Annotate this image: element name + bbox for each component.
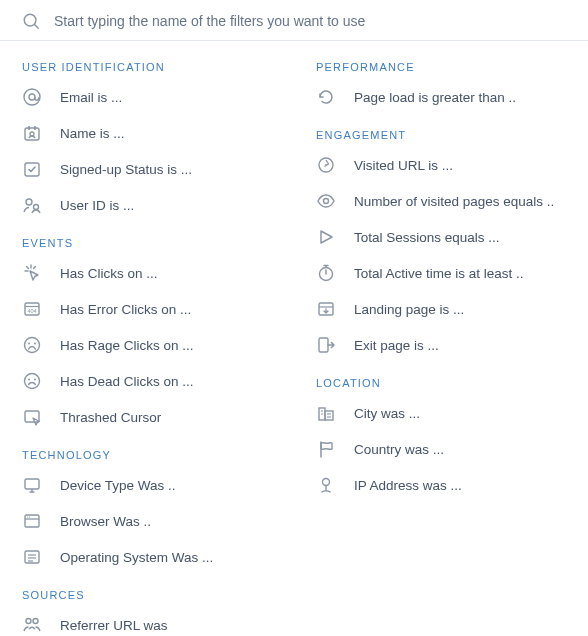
filter-option[interactable]: Referrer URL was bbox=[0, 607, 294, 636]
filter-option[interactable]: City was ... bbox=[294, 395, 588, 431]
stopwatch-icon bbox=[316, 263, 336, 283]
browser-icon bbox=[22, 511, 42, 531]
left-column: USER IDENTIFICATIONEmail is ...Name is .… bbox=[0, 47, 294, 636]
section-header: PERFORMANCE bbox=[294, 47, 588, 79]
filter-label: City was ... bbox=[354, 406, 420, 421]
filter-columns: USER IDENTIFICATIONEmail is ...Name is .… bbox=[0, 41, 588, 636]
signup-icon bbox=[22, 159, 42, 179]
filter-label: IP Address was ... bbox=[354, 478, 462, 493]
filter-label: Device Type Was .. bbox=[60, 478, 176, 493]
search-icon bbox=[22, 12, 40, 30]
section-header: EVENTS bbox=[0, 223, 294, 255]
filter-label: Visited URL is ... bbox=[354, 158, 453, 173]
flag-icon bbox=[316, 439, 336, 459]
section-header: TECHNOLOGY bbox=[0, 435, 294, 467]
filter-option[interactable]: Page load is greater than .. bbox=[294, 79, 588, 115]
filter-option[interactable]: Has Error Clicks on ... bbox=[0, 291, 294, 327]
section-header: SOURCES bbox=[0, 575, 294, 607]
clicks-icon bbox=[22, 263, 42, 283]
filter-label: Operating System Was ... bbox=[60, 550, 213, 565]
filter-option[interactable]: Has Clicks on ... bbox=[0, 255, 294, 291]
eye-icon bbox=[316, 191, 336, 211]
city-icon bbox=[316, 403, 336, 423]
filter-label: Has Clicks on ... bbox=[60, 266, 158, 281]
dead-clicks-icon bbox=[22, 371, 42, 391]
filter-option[interactable]: Name is ... bbox=[0, 115, 294, 151]
filter-option[interactable]: Landing page is ... bbox=[294, 291, 588, 327]
filter-label: Total Sessions equals ... bbox=[354, 230, 500, 245]
filter-label: Name is ... bbox=[60, 126, 125, 141]
landing-icon bbox=[316, 299, 336, 319]
userid-icon bbox=[22, 195, 42, 215]
filter-label: Browser Was .. bbox=[60, 514, 151, 529]
filter-label: Total Active time is at least .. bbox=[354, 266, 524, 281]
filter-option[interactable]: Number of visited pages equals .. bbox=[294, 183, 588, 219]
exit-icon bbox=[316, 335, 336, 355]
filter-option[interactable]: IP Address was ... bbox=[294, 467, 588, 503]
thrashed-cursor-icon bbox=[22, 407, 42, 427]
load-icon bbox=[316, 87, 336, 107]
filter-option[interactable]: Device Type Was .. bbox=[0, 467, 294, 503]
filter-label: Has Rage Clicks on ... bbox=[60, 338, 194, 353]
filter-label: Thrashed Cursor bbox=[60, 410, 161, 425]
at-icon bbox=[22, 87, 42, 107]
play-icon bbox=[316, 227, 336, 247]
right-column: PERFORMANCEPage load is greater than ..E… bbox=[294, 47, 588, 636]
filter-label: Email is ... bbox=[60, 90, 122, 105]
device-icon bbox=[22, 475, 42, 495]
search-bar bbox=[0, 0, 588, 41]
filter-label: Has Dead Clicks on ... bbox=[60, 374, 194, 389]
filter-option[interactable]: Exit page is ... bbox=[294, 327, 588, 363]
section-header: ENGAGEMENT bbox=[294, 115, 588, 147]
visited-url-icon bbox=[316, 155, 336, 175]
section-header: USER IDENTIFICATION bbox=[0, 47, 294, 79]
filter-option[interactable]: Email is ... bbox=[0, 79, 294, 115]
filter-label: Referrer URL was bbox=[60, 618, 168, 633]
filter-option[interactable]: Has Rage Clicks on ... bbox=[0, 327, 294, 363]
filter-label: User ID is ... bbox=[60, 198, 134, 213]
search-input[interactable] bbox=[52, 12, 566, 30]
filter-label: Country was ... bbox=[354, 442, 444, 457]
filter-option[interactable]: Total Sessions equals ... bbox=[294, 219, 588, 255]
filter-label: Number of visited pages equals .. bbox=[354, 194, 554, 209]
error-clicks-icon bbox=[22, 299, 42, 319]
filter-option[interactable]: Total Active time is at least .. bbox=[294, 255, 588, 291]
filter-label: Page load is greater than .. bbox=[354, 90, 516, 105]
filter-label: Exit page is ... bbox=[354, 338, 439, 353]
filter-option[interactable]: Browser Was .. bbox=[0, 503, 294, 539]
filter-option[interactable]: Visited URL is ... bbox=[294, 147, 588, 183]
filter-option[interactable]: User ID is ... bbox=[0, 187, 294, 223]
rage-clicks-icon bbox=[22, 335, 42, 355]
filter-label: Signed-up Status is ... bbox=[60, 162, 192, 177]
filter-label: Landing page is ... bbox=[354, 302, 464, 317]
filter-option[interactable]: Signed-up Status is ... bbox=[0, 151, 294, 187]
filter-option[interactable]: Has Dead Clicks on ... bbox=[0, 363, 294, 399]
filter-option[interactable]: Operating System Was ... bbox=[0, 539, 294, 575]
filter-label: Has Error Clicks on ... bbox=[60, 302, 191, 317]
filter-option[interactable]: Thrashed Cursor bbox=[0, 399, 294, 435]
ip-icon bbox=[316, 475, 336, 495]
section-header: LOCATION bbox=[294, 363, 588, 395]
referrer-icon bbox=[22, 615, 42, 635]
filter-option[interactable]: Country was ... bbox=[294, 431, 588, 467]
os-icon bbox=[22, 547, 42, 567]
name-icon bbox=[22, 123, 42, 143]
